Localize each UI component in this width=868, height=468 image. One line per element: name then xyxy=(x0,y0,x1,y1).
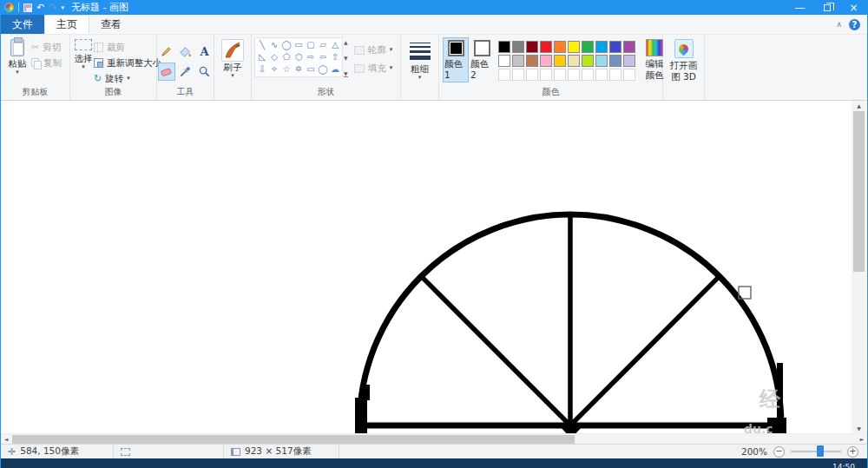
shape-line[interactable]: ╲ xyxy=(256,39,268,51)
shape-six-point-star[interactable]: ✡ xyxy=(293,63,305,76)
color-swatch[interactable] xyxy=(526,55,538,67)
color-swatch-empty[interactable] xyxy=(498,69,510,81)
shape-outline-button[interactable]: 轮廓 ▾ xyxy=(354,43,393,57)
close-button[interactable]: × xyxy=(840,0,867,15)
select-button[interactable]: 选择 ▾ xyxy=(73,37,94,72)
copy-button[interactable]: 复制 xyxy=(31,56,62,70)
shape-diamond[interactable]: ◇ xyxy=(268,51,280,63)
paste-button[interactable]: 粘贴 ▾ xyxy=(3,37,31,77)
shapes-scroll-down-icon[interactable]: ▼ xyxy=(344,55,348,61)
shape-cloud-callout[interactable]: ☁ xyxy=(329,63,341,76)
shape-rounded-rectangle[interactable]: ▢ xyxy=(305,39,317,51)
color-swatch-empty[interactable] xyxy=(609,69,621,81)
color2-button[interactable]: 颜色 2 xyxy=(469,37,495,82)
color-swatch[interactable] xyxy=(568,41,580,53)
shape-rectangle[interactable]: ▭ xyxy=(293,39,305,51)
color-swatch[interactable] xyxy=(512,55,524,67)
shape-curve[interactable]: ∿ xyxy=(268,39,280,51)
color-swatch[interactable] xyxy=(609,41,621,53)
color-swatch[interactable] xyxy=(498,55,510,67)
color-swatch[interactable] xyxy=(609,55,621,67)
shape-arrow-up[interactable]: ⇧ xyxy=(329,51,341,63)
color-swatch[interactable] xyxy=(526,41,538,53)
color-picker-tool[interactable] xyxy=(177,63,194,81)
shape-five-point-star[interactable]: ☆ xyxy=(280,63,293,76)
size-button[interactable]: 粗细 ▾ xyxy=(409,37,431,82)
color-swatch[interactable] xyxy=(554,41,566,53)
tab-home[interactable]: 主页 xyxy=(44,15,89,34)
color-swatch-empty[interactable] xyxy=(512,69,524,81)
cut-button[interactable]: ✂ 剪切 xyxy=(31,40,62,55)
color-swatch[interactable] xyxy=(623,41,635,53)
color-swatch-empty[interactable] xyxy=(582,69,594,81)
shapes-scroll-up-icon[interactable]: ▲ xyxy=(344,39,348,45)
canvas-drawing[interactable]: 经du.c xyxy=(1,101,852,433)
tab-view[interactable]: 查看 xyxy=(89,15,133,34)
windows-taskbar[interactable]: 14:50 xyxy=(1,458,867,468)
shape-pentagon[interactable]: ⬠ xyxy=(280,51,293,63)
horizontal-scroll-thumb[interactable] xyxy=(12,435,575,444)
zoom-slider-thumb[interactable] xyxy=(817,445,824,457)
scroll-left-icon[interactable]: ◄ xyxy=(1,434,11,444)
minimize-button[interactable]: — xyxy=(786,0,813,15)
redo-icon[interactable]: ↷ xyxy=(49,3,56,12)
color-swatch[interactable] xyxy=(498,41,510,53)
scroll-down-icon[interactable]: ▼ xyxy=(852,425,866,432)
shape-four-point-star[interactable]: ✧ xyxy=(268,63,280,76)
zoom-in-button[interactable]: + xyxy=(847,446,858,458)
vertical-scrollbar[interactable]: ▲ ▼ xyxy=(852,101,866,433)
undo-icon[interactable]: ↶ xyxy=(36,3,44,12)
zoom-out-button[interactable]: − xyxy=(773,446,785,458)
tab-file[interactable]: 文件 xyxy=(1,15,44,34)
text-tool[interactable]: A xyxy=(196,43,214,61)
color-swatch-empty[interactable] xyxy=(554,69,566,81)
brushes-button[interactable]: 刷子 ▾ xyxy=(220,37,245,81)
shape-rounded-callout[interactable]: ▭ xyxy=(305,63,317,76)
qat-customize-caret-icon[interactable]: ▾ xyxy=(61,4,64,11)
shape-arrow-down[interactable]: ⇩ xyxy=(256,63,268,76)
color-swatch-empty[interactable] xyxy=(568,69,580,81)
rotate-button[interactable]: ↻ 旋转 ▾ xyxy=(94,71,161,86)
color-swatch[interactable] xyxy=(568,55,580,67)
shape-fill-button[interactable]: 填充 ▾ xyxy=(354,61,393,76)
scroll-right-icon[interactable]: ► xyxy=(857,434,867,444)
vertical-scroll-thumb[interactable] xyxy=(853,111,865,272)
color-swatch-empty[interactable] xyxy=(595,69,608,81)
color1-button[interactable]: 颜色 1 xyxy=(443,37,469,82)
color-swatch[interactable] xyxy=(554,55,566,67)
shapes-more-icon[interactable]: ▼ xyxy=(344,70,348,77)
color-swatch-empty[interactable] xyxy=(540,69,552,81)
shape-ellipse[interactable]: ◯ xyxy=(280,39,293,51)
color-swatch[interactable] xyxy=(623,55,635,67)
crop-button[interactable]: 裁剪 xyxy=(94,40,161,55)
shape-arrow-left[interactable]: ⇦ xyxy=(317,51,329,63)
color-swatch-empty[interactable] xyxy=(623,69,635,81)
color-swatch[interactable] xyxy=(540,41,552,53)
color-swatch[interactable] xyxy=(595,55,608,67)
color-swatch[interactable] xyxy=(540,55,552,67)
shape-polygon[interactable]: ▱ xyxy=(317,39,329,51)
color-swatch[interactable] xyxy=(582,55,594,67)
help-icon[interactable]: ? xyxy=(849,19,860,30)
scroll-up-icon[interactable]: ▲ xyxy=(852,102,866,109)
color-swatch[interactable] xyxy=(582,41,594,53)
shape-right-triangle[interactable]: ◺ xyxy=(256,51,268,63)
shape-arrow-right[interactable]: ⇨ xyxy=(305,51,317,63)
resize-button[interactable]: 重新调整大小 xyxy=(94,56,161,70)
restore-button[interactable] xyxy=(813,0,840,15)
magnifier-tool[interactable] xyxy=(196,63,214,81)
horizontal-scrollbar[interactable]: ◄ ► xyxy=(1,433,867,444)
save-icon[interactable] xyxy=(23,3,32,12)
color-swatch-empty[interactable] xyxy=(526,69,538,81)
canvas-area[interactable]: 经du.c ▲ ▼ xyxy=(1,101,867,433)
shape-oval-callout[interactable]: ◯ xyxy=(317,63,329,76)
color-swatch[interactable] xyxy=(595,41,608,53)
open-paint3d-button[interactable]: 打开画图 3D xyxy=(667,37,701,83)
fill-tool[interactable] xyxy=(177,43,194,61)
zoom-slider[interactable] xyxy=(791,451,841,452)
shape-triangle[interactable]: △ xyxy=(329,39,341,51)
shape-hexagon[interactable]: ⬡ xyxy=(293,51,305,63)
color-swatch[interactable] xyxy=(512,41,524,53)
pencil-tool[interactable] xyxy=(158,43,175,61)
eraser-tool[interactable] xyxy=(158,63,175,81)
